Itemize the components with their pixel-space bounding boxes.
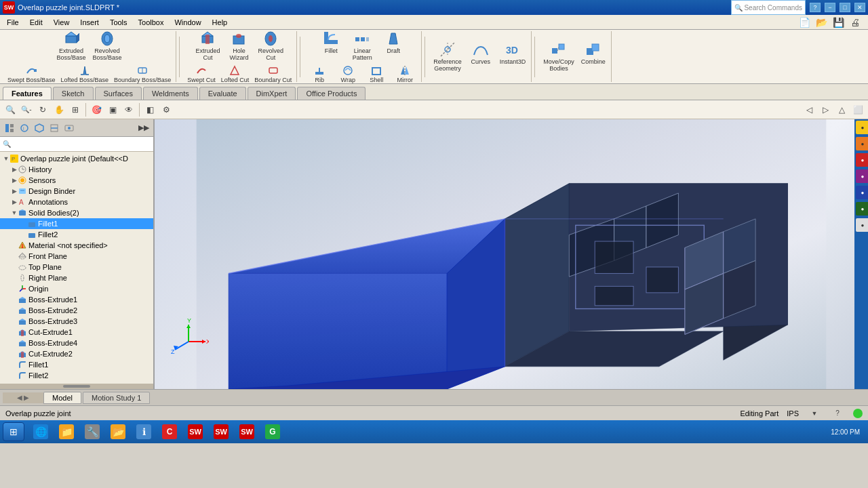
instant3d-button[interactable]: 3D Instant3D [497, 40, 529, 73]
bottom-tab-model[interactable]: Model [43, 392, 81, 404]
tab-features[interactable]: Features [3, 87, 52, 100]
color-orange[interactable]: ● [856, 137, 868, 150]
qa-save[interactable]: 💾 [831, 15, 846, 30]
pan-button[interactable]: ✋ [52, 102, 66, 117]
qa-open[interactable]: 📂 [814, 15, 829, 30]
tree-item-history[interactable]: ▶ History [0, 164, 153, 175]
tree-item-cut-extrude2[interactable]: Cut-Extrude2 [0, 348, 153, 359]
tree-item-solid-bodies[interactable]: ▼ Solid Bodies(2) [0, 207, 153, 218]
color-red[interactable]: ● [856, 153, 868, 167]
panel-scroll-indicator[interactable] [0, 384, 153, 389]
display-style-button[interactable]: ▣ [105, 102, 120, 117]
taskbar-sw2[interactable]: SW [209, 422, 233, 441]
draft-button[interactable]: Draft [378, 30, 408, 62]
design-binder-expand[interactable]: ▶ [11, 188, 18, 195]
revolved-boss-button[interactable]: RevolvedBoss/Base [90, 30, 125, 62]
dim-xpert-manager-button[interactable] [47, 121, 61, 135]
menu-toolbox[interactable]: Toolbox [133, 17, 170, 28]
fit-button[interactable]: ⊞ [68, 102, 83, 117]
config-manager-button[interactable] [33, 121, 46, 135]
taskbar-app-c[interactable]: C [157, 422, 182, 441]
menu-window[interactable]: Window [169, 17, 206, 28]
tree-root[interactable]: ▼ P Overlap puzzle joint (Default<<D [0, 153, 153, 164]
hide-show-button[interactable]: 👁 [121, 102, 136, 117]
rib-button[interactable]: Rib [306, 64, 333, 84]
color-blue[interactable]: ● [856, 186, 868, 199]
tab-dimxpert[interactable]: DimXpert [248, 87, 296, 100]
expand-right-button[interactable]: ▷ [818, 102, 833, 117]
tree-item-boss-extrude1[interactable]: Boss-Extrude1 [0, 294, 153, 305]
solid-bodies-expand[interactable]: ▼ [11, 209, 18, 216]
search-box[interactable]: 🔍 Search Commands [731, 0, 806, 15]
minimize-button[interactable]: − [825, 3, 835, 12]
menu-edit[interactable]: Edit [24, 17, 48, 28]
tree-item-fillet1[interactable]: Fillet1 [0, 359, 153, 370]
lofted-cut-button[interactable]: Lofted Cut [219, 64, 252, 84]
sensors-expand[interactable]: ▶ [11, 177, 18, 184]
maximize-button[interactable]: □ [840, 3, 850, 12]
tab-sketch[interactable]: Sketch [53, 87, 94, 100]
tree-item-boss-extrude4[interactable]: Boss-Extrude4 [0, 338, 153, 348]
tree-item-right-plane[interactable]: Right Plane [0, 272, 153, 283]
mirror-button[interactable]: Mirror [391, 64, 418, 84]
tree-item-fillet2-body[interactable]: Fillet2 [0, 229, 153, 240]
zoom-in-button[interactable]: 🔍 [3, 102, 18, 117]
property-manager-button[interactable]: i [18, 121, 31, 135]
status-unit-dropdown[interactable]: ▼ [807, 406, 822, 421]
hole-wizard-button[interactable]: HoleWizard [224, 30, 254, 62]
taskbar-app-g[interactable]: G [260, 422, 285, 441]
qa-new[interactable]: 📄 [797, 15, 812, 30]
menu-insert[interactable]: Insert [75, 17, 104, 28]
menu-view[interactable]: View [48, 17, 75, 28]
menu-help[interactable]: Help [207, 17, 233, 28]
shell-button[interactable]: Shell [363, 64, 390, 84]
zoom-out-button[interactable]: 🔍- [19, 102, 34, 117]
float-button[interactable]: ⬜ [850, 102, 865, 117]
boundary-cut-button[interactable]: Boundary Cut [252, 64, 294, 84]
taskbar-folder1[interactable]: 📁 [54, 422, 79, 441]
extruded-cut-button[interactable]: ExtrudedCut [193, 30, 222, 62]
reference-geometry-button[interactable]: ReferenceGeometry [431, 40, 465, 73]
fillet-button[interactable]: Fillet [316, 30, 346, 62]
linear-pattern-button[interactable]: LinearPattern [347, 30, 377, 62]
annotations-expand[interactable]: ▶ [11, 199, 18, 205]
revolved-cut-button[interactable]: RevolvedCut [255, 30, 286, 62]
tree-item-fillet1-body[interactable]: Fillet1 [0, 218, 153, 229]
tree-item-boss-extrude3[interactable]: Boss-Extrude3 [0, 316, 153, 327]
tree-item-material[interactable]: Material <not specified> [0, 240, 153, 251]
scroll-left-area[interactable]: ◀ ▶ [3, 392, 43, 403]
rotate-button[interactable]: ↻ [35, 102, 50, 117]
tree-item-sensors[interactable]: ▶ Sensors [0, 175, 153, 186]
swept-cut-button[interactable]: Swept Cut [185, 64, 218, 84]
taskbar-ie[interactable]: 🌐 [28, 422, 53, 441]
extruded-boss-button[interactable]: ExtrudedBoss/Base [54, 30, 89, 62]
boundary-boss-button[interactable]: Boundary Boss/Base [112, 64, 173, 84]
viewport[interactable]: X Y Z ● ● ● ● ● ● ● [155, 119, 868, 389]
tree-item-cut-extrude1[interactable]: Cut-Extrude1 [0, 327, 153, 338]
swept-boss-button[interactable]: Swept Boss/Base [5, 64, 58, 84]
tab-evaluate[interactable]: Evaluate [199, 87, 246, 100]
help-button[interactable]: ? [810, 3, 821, 12]
lofted-boss-button[interactable]: Lofted Boss/Base [59, 64, 111, 84]
view-orient-button[interactable]: 🎯 [89, 102, 104, 117]
wrap-button[interactable]: Wrap [334, 64, 361, 84]
menu-tools[interactable]: Tools [104, 17, 133, 28]
move-copy-button[interactable]: Move/CopyBodies [540, 40, 577, 73]
tab-weldments[interactable]: Weldments [143, 87, 198, 100]
tree-item-annotations[interactable]: ▶ A Annotations [0, 197, 153, 207]
tree-item-origin[interactable]: Origin [0, 283, 153, 294]
color-purple[interactable]: ● [856, 169, 868, 183]
color-white[interactable]: ● [856, 218, 868, 232]
expand-up-button[interactable]: △ [834, 102, 849, 117]
tree-item-boss-extrude2[interactable]: Boss-Extrude2 [0, 305, 153, 316]
start-button[interactable]: ⊞ [3, 422, 24, 441]
color-green[interactable]: ● [856, 202, 868, 216]
curves-button[interactable]: Curves [466, 40, 496, 73]
panel-more-button[interactable]: ▶▶ [137, 121, 151, 135]
taskbar-sw1[interactable]: SW [183, 422, 208, 441]
taskbar-tool[interactable]: 🔧 [80, 422, 104, 441]
tree-item-top-plane[interactable]: Top Plane [0, 262, 153, 272]
tab-office-products[interactable]: Office Products [297, 87, 366, 100]
display-manager-button[interactable] [62, 121, 76, 135]
tab-surfaces[interactable]: Surfaces [95, 87, 142, 100]
